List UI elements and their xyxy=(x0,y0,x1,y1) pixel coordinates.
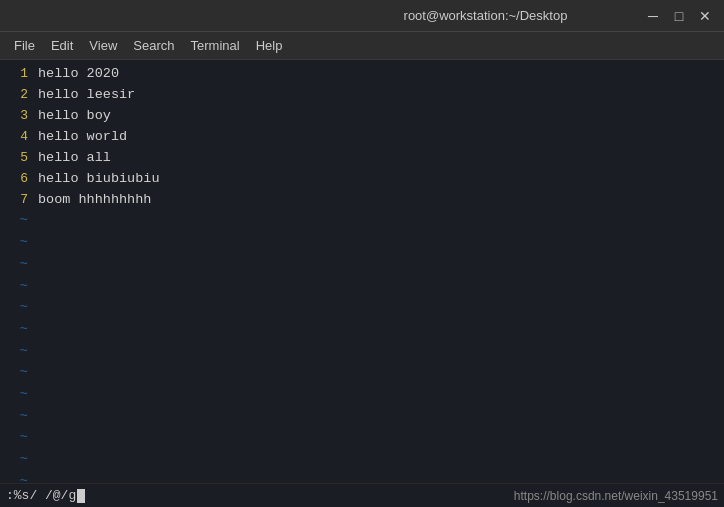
editor-line: 4hello world xyxy=(0,127,724,148)
tilde-char: ~ xyxy=(6,319,28,341)
line-number: 6 xyxy=(6,169,28,189)
editor-line: 7boom hhhhhhhhh xyxy=(0,190,724,211)
editor-line: 1hello 2020 xyxy=(0,64,724,85)
line-number: 2 xyxy=(6,85,28,105)
title-bar: root@workstation:~/Desktop ─ □ ✕ xyxy=(0,0,724,32)
tilde-line: ~ xyxy=(0,319,724,341)
tilde-line: ~ xyxy=(0,406,724,428)
tilde-char: ~ xyxy=(6,471,28,483)
tilde-char: ~ xyxy=(6,232,28,254)
menu-search[interactable]: Search xyxy=(125,35,182,56)
tilde-char: ~ xyxy=(6,341,28,363)
tilde-char: ~ xyxy=(6,406,28,428)
menu-view[interactable]: View xyxy=(81,35,125,56)
menu-help[interactable]: Help xyxy=(248,35,291,56)
menu-edit[interactable]: Edit xyxy=(43,35,81,56)
tilde-line: ~ xyxy=(0,297,724,319)
tilde-line: ~ xyxy=(0,384,724,406)
line-number: 4 xyxy=(6,127,28,147)
tilde-char: ~ xyxy=(6,449,28,471)
tilde-char: ~ xyxy=(6,254,28,276)
status-url: https://blog.csdn.net/weixin_43519951 xyxy=(514,489,718,503)
line-number: 1 xyxy=(6,64,28,84)
command-text: :%s/ /@/g xyxy=(6,488,76,503)
menu-terminal[interactable]: Terminal xyxy=(183,35,248,56)
tilde-line: ~ xyxy=(0,210,724,232)
menu-file[interactable]: File xyxy=(6,35,43,56)
line-content: boom hhhhhhhhh xyxy=(38,190,151,211)
tilde-line: ~ xyxy=(0,362,724,384)
line-content: hello all xyxy=(38,148,111,169)
editor-area: 1hello 20202hello leesir3hello boy4hello… xyxy=(0,60,724,483)
tilde-line: ~ xyxy=(0,449,724,471)
line-content: hello biubiubiu xyxy=(38,169,160,190)
tilde-char: ~ xyxy=(6,427,28,449)
line-number: 5 xyxy=(6,148,28,168)
status-bar: :%s/ /@/g https://blog.csdn.net/weixin_4… xyxy=(0,483,724,507)
line-content: hello leesir xyxy=(38,85,135,106)
tilde-char: ~ xyxy=(6,210,28,232)
line-content: hello boy xyxy=(38,106,111,127)
editor-line: 3hello boy xyxy=(0,106,724,127)
tilde-line: ~ xyxy=(0,471,724,483)
tilde-line: ~ xyxy=(0,254,724,276)
line-content: hello world xyxy=(38,127,127,148)
window-controls: ─ □ ✕ xyxy=(644,9,714,23)
window-title: root@workstation:~/Desktop xyxy=(327,8,644,23)
tilde-char: ~ xyxy=(6,384,28,406)
tilde-char: ~ xyxy=(6,362,28,384)
line-number: 7 xyxy=(6,190,28,210)
tilde-line: ~ xyxy=(0,427,724,449)
tilde-char: ~ xyxy=(6,297,28,319)
line-number: 3 xyxy=(6,106,28,126)
menu-bar: File Edit View Search Terminal Help xyxy=(0,32,724,60)
editor-line: 5hello all xyxy=(0,148,724,169)
cursor xyxy=(77,489,85,503)
editor-line: 2hello leesir xyxy=(0,85,724,106)
tilde-line: ~ xyxy=(0,276,724,298)
editor-line: 6hello biubiubiu xyxy=(0,169,724,190)
close-button[interactable]: ✕ xyxy=(696,9,714,23)
command-line: :%s/ /@/g xyxy=(6,488,85,503)
line-content: hello 2020 xyxy=(38,64,119,85)
tilde-line: ~ xyxy=(0,232,724,254)
minimize-button[interactable]: ─ xyxy=(644,9,662,23)
tilde-char: ~ xyxy=(6,276,28,298)
maximize-button[interactable]: □ xyxy=(670,9,688,23)
tilde-line: ~ xyxy=(0,341,724,363)
